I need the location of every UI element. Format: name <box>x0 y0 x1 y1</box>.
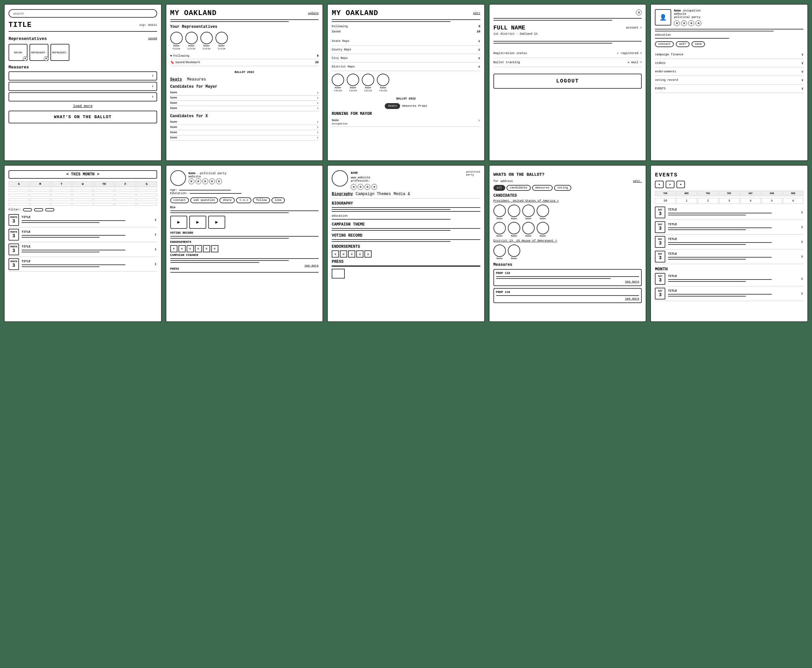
d-rep-2[interactable] <box>347 73 359 86</box>
event-3[interactable]: MONTH3 TITLE › <box>8 244 157 257</box>
rep-avatar-1[interactable] <box>170 32 183 44</box>
politician-website[interactable]: website <box>189 175 227 179</box>
rep-1[interactable]: REPRESENT. + <box>30 44 48 61</box>
videos-row[interactable]: videos ∨ <box>655 59 804 67</box>
d-rep-1[interactable] <box>332 73 344 86</box>
add-mayor[interactable]: + <box>23 56 27 61</box>
running-candidate[interactable]: Name occupation › <box>332 117 480 127</box>
video-2[interactable]: ▶ <box>189 216 206 229</box>
search-input[interactable] <box>8 9 157 18</box>
share-btn[interactable]: share <box>219 197 235 203</box>
pol-social-1[interactable]: ⊗ <box>189 179 194 184</box>
saved-link[interactable]: saved <box>148 37 157 40</box>
race2-label[interactable]: District 13, US House of Represent > <box>493 239 642 242</box>
ballot-tab-seats[interactable]: Seats <box>385 103 400 109</box>
follow-btn[interactable]: follow <box>253 197 270 203</box>
like-btn[interactable]: like <box>271 197 285 203</box>
r1-c7[interactable] <box>522 222 535 234</box>
r1-c4[interactable] <box>536 205 549 217</box>
load-more[interactable]: load more <box>8 104 157 108</box>
event-2[interactable]: MONTH3 TITLE › <box>8 229 157 242</box>
city-reps-row[interactable]: City Reps ∨ <box>332 54 480 62</box>
bio-tab[interactable]: Biography <box>332 192 353 196</box>
r1-c2[interactable] <box>508 205 520 217</box>
candidate-x-2[interactable]: Name› <box>170 125 319 130</box>
close-icon[interactable]: ⊗ <box>636 10 642 15</box>
prop2[interactable]: PROP 116 see more <box>493 288 642 303</box>
voting-record-row[interactable]: voting record ∨ <box>655 76 804 84</box>
measure-1[interactable]: › <box>8 71 157 80</box>
event-4[interactable]: MONTH3 TITLE › <box>8 258 157 272</box>
cand-social-2[interactable]: ⊗ <box>358 184 363 190</box>
ballot-button[interactable]: WHAT'S ON THE BALLOT <box>8 110 157 124</box>
events-item-2[interactable]: DAY3 TITLE › <box>655 221 804 235</box>
filter-3[interactable] <box>45 208 54 211</box>
events-month-1[interactable]: DAY3 TITLE › <box>655 273 804 286</box>
r1-c6[interactable] <box>508 222 520 234</box>
r2-c1[interactable] <box>493 244 506 257</box>
edit-link[interactable]: edit <box>473 12 480 15</box>
website-label[interactable]: website <box>674 12 701 16</box>
cand-social-1[interactable]: ⊗ <box>351 184 357 190</box>
cand-social-4[interactable]: ⊗ <box>371 184 377 190</box>
events-month-2[interactable]: DAY3 TITLE › <box>655 288 804 301</box>
see-more-finance[interactable]: see more <box>170 264 319 267</box>
r1-c5[interactable] <box>493 222 506 234</box>
tab-seats[interactable]: Seats <box>170 77 182 82</box>
see-more-1[interactable]: see more <box>496 280 640 284</box>
rep-avatar-3[interactable] <box>200 32 213 44</box>
event-filter-1[interactable]: ▾ <box>655 181 664 188</box>
press-row[interactable]: EVENTS ∨ <box>655 84 804 93</box>
event-filter-3[interactable]: ▾ <box>677 181 685 188</box>
pol-social-4[interactable]: ⊗ <box>209 179 215 184</box>
events-item-1[interactable]: DAY3 TITLE › <box>655 207 804 220</box>
cand-social-3[interactable]: ⊗ <box>364 184 370 190</box>
county-reps-row[interactable]: County Reps ∨ <box>332 45 480 54</box>
candidate-x-3[interactable]: Name› <box>170 130 319 135</box>
save-btn[interactable]: save <box>692 41 705 47</box>
events-item-4[interactable]: DAY3 TITLE › <box>655 251 804 264</box>
events-item-3[interactable]: DAY3 TITLE › <box>655 236 804 249</box>
rep-avatar-2[interactable] <box>185 32 198 44</box>
ask-btn2[interactable]: ask question <box>190 197 218 203</box>
rep-2[interactable]: REPRESENT. <box>50 44 69 61</box>
d-rep-3[interactable] <box>362 73 374 86</box>
filter-2[interactable] <box>34 208 43 211</box>
filter-1[interactable] <box>23 208 32 211</box>
toc-btn[interactable]: t.o.c <box>236 197 251 203</box>
endorsements-row[interactable]: endorsements ∨ <box>655 67 804 76</box>
pol-social-5[interactable]: ⊗ <box>216 179 222 184</box>
pol-social-2[interactable]: ⊗ <box>195 179 201 184</box>
state-reps-row[interactable]: State Reps ∨ <box>332 37 480 45</box>
update-link[interactable]: update <box>308 12 319 15</box>
candidate-row-1[interactable]: Name› <box>170 90 319 95</box>
measure-3[interactable]: › <box>8 92 157 102</box>
candidate-row-4[interactable]: Name› <box>170 106 319 111</box>
candidate-x-4[interactable]: Name› <box>170 135 319 141</box>
campaign-tab[interactable]: Campaign Themes <box>356 192 391 196</box>
event-1[interactable]: MONTH3 TITLE › <box>8 214 157 227</box>
social-1[interactable]: ⊗ <box>674 20 680 26</box>
r1-c8[interactable] <box>536 222 549 234</box>
candidate-x-1[interactable]: Name› <box>170 120 319 125</box>
month-nav[interactable]: < THIS MONTH > <box>8 170 157 179</box>
logout-button[interactable]: LOGOUT <box>493 73 642 89</box>
video-3[interactable]: ▶ <box>208 216 225 229</box>
race1-label[interactable]: President, United States of America > <box>493 199 642 202</box>
media-tab[interactable]: Media & <box>394 192 410 196</box>
measure-2[interactable]: › <box>8 82 157 91</box>
filter-voting[interactable]: voting <box>554 185 571 191</box>
tab-measures[interactable]: Measures <box>187 77 206 82</box>
rep-avatar-4[interactable] <box>216 32 228 44</box>
video-1[interactable]: ▶ <box>170 216 187 229</box>
r1-c1[interactable] <box>493 205 506 217</box>
edit-address[interactable]: edit. <box>633 180 642 183</box>
pol-social-3[interactable]: ⊗ <box>202 179 208 184</box>
rep-mayor[interactable]: MAYOR + <box>8 44 27 61</box>
d-rep-4[interactable] <box>377 73 389 86</box>
reg-status-value[interactable]: ✓ registered > <box>617 52 642 55</box>
campaign-finance-row[interactable]: campaign finance ∨ <box>655 50 804 59</box>
account-link[interactable]: account > <box>626 26 642 30</box>
contact-btn[interactable]: contact <box>655 41 674 47</box>
candidate-row-3[interactable]: Name› <box>170 101 319 106</box>
